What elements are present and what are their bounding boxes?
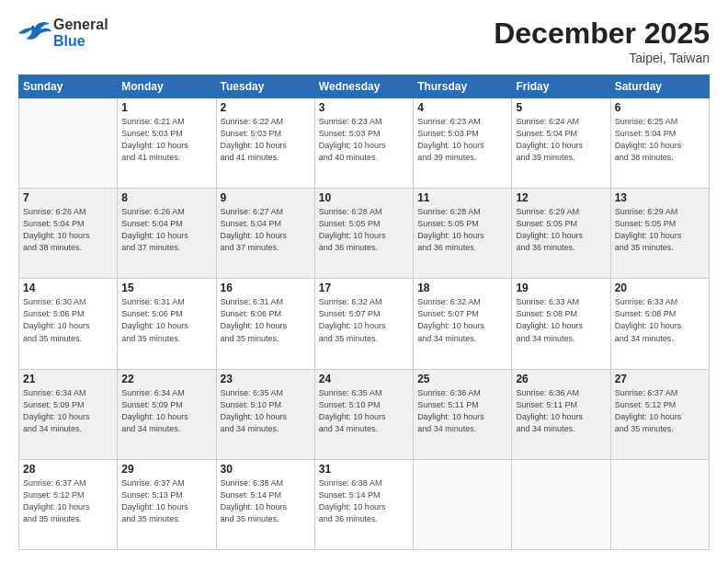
- calendar-day-cell: 4Sunrise: 6:23 AM Sunset: 5:03 PM Daylig…: [414, 98, 512, 189]
- day-info: Sunrise: 6:24 AM Sunset: 5:04 PM Dayligh…: [516, 116, 606, 164]
- weekday-header-friday: Friday: [512, 75, 610, 98]
- calendar-day-cell: 18Sunrise: 6:32 AM Sunset: 5:07 PM Dayli…: [414, 279, 512, 369]
- day-number: 13: [615, 191, 705, 204]
- weekday-header-sunday: Sunday: [19, 75, 118, 98]
- calendar-day-cell: 2Sunrise: 6:22 AM Sunset: 5:03 PM Daylig…: [216, 98, 314, 189]
- day-info: Sunrise: 6:26 AM Sunset: 5:04 PM Dayligh…: [23, 206, 113, 254]
- day-number: 2: [221, 101, 311, 114]
- day-number: 10: [319, 191, 409, 204]
- day-number: 3: [319, 101, 409, 114]
- day-number: 4: [417, 101, 507, 114]
- calendar-day-cell: 27Sunrise: 6:37 AM Sunset: 5:12 PM Dayli…: [610, 369, 709, 459]
- calendar-day-cell: [512, 459, 610, 549]
- calendar-day-cell: 5Sunrise: 6:24 AM Sunset: 5:04 PM Daylig…: [512, 98, 610, 189]
- title-area: December 2025 Taipei, Taiwan: [494, 17, 710, 65]
- weekday-header-tuesday: Tuesday: [216, 75, 314, 98]
- logo-general: General: [53, 17, 108, 32]
- day-number: 23: [221, 373, 311, 385]
- day-number: 21: [23, 373, 113, 385]
- day-info: Sunrise: 6:35 AM Sunset: 5:10 PM Dayligh…: [319, 387, 409, 435]
- day-number: 8: [121, 191, 211, 204]
- calendar-day-cell: 22Sunrise: 6:34 AM Sunset: 5:09 PM Dayli…: [118, 369, 216, 459]
- calendar-day-cell: 30Sunrise: 6:38 AM Sunset: 5:14 PM Dayli…: [216, 459, 314, 549]
- day-info: Sunrise: 6:27 AM Sunset: 5:04 PM Dayligh…: [221, 206, 311, 254]
- day-number: 6: [615, 101, 705, 114]
- day-info: Sunrise: 6:29 AM Sunset: 5:05 PM Dayligh…: [516, 206, 606, 254]
- bird-icon: [18, 20, 51, 46]
- day-number: 5: [516, 101, 606, 114]
- logo: General Blue: [18, 17, 108, 49]
- day-number: 22: [121, 373, 211, 385]
- day-info: Sunrise: 6:37 AM Sunset: 5:13 PM Dayligh…: [121, 477, 211, 525]
- day-number: 30: [221, 463, 311, 476]
- day-info: Sunrise: 6:28 AM Sunset: 5:05 PM Dayligh…: [319, 206, 409, 254]
- page: General Blue December 2025 Taipei, Taiwa…: [0, 0, 728, 563]
- sub-title: Taipei, Taiwan: [494, 51, 710, 65]
- calendar-week-row: 21Sunrise: 6:34 AM Sunset: 5:09 PM Dayli…: [19, 369, 710, 459]
- day-info: Sunrise: 6:38 AM Sunset: 5:14 PM Dayligh…: [319, 477, 409, 525]
- calendar-day-cell: 7Sunrise: 6:26 AM Sunset: 5:04 PM Daylig…: [19, 189, 118, 279]
- calendar-day-cell: 21Sunrise: 6:34 AM Sunset: 5:09 PM Dayli…: [19, 369, 118, 459]
- day-number: 29: [121, 463, 211, 476]
- day-number: 25: [417, 373, 507, 385]
- calendar-day-cell: 20Sunrise: 6:33 AM Sunset: 5:08 PM Dayli…: [610, 279, 709, 369]
- day-number: 19: [516, 282, 606, 294]
- calendar-day-cell: 14Sunrise: 6:30 AM Sunset: 5:06 PM Dayli…: [19, 279, 118, 369]
- day-number: 26: [516, 373, 606, 385]
- weekday-header-saturday: Saturday: [610, 75, 709, 98]
- calendar-day-cell: 13Sunrise: 6:29 AM Sunset: 5:05 PM Dayli…: [610, 189, 709, 279]
- day-number: 31: [319, 463, 409, 476]
- day-info: Sunrise: 6:31 AM Sunset: 5:06 PM Dayligh…: [121, 296, 211, 344]
- calendar-week-row: 14Sunrise: 6:30 AM Sunset: 5:06 PM Dayli…: [19, 279, 710, 369]
- calendar-day-cell: 12Sunrise: 6:29 AM Sunset: 5:05 PM Dayli…: [512, 189, 610, 279]
- day-info: Sunrise: 6:37 AM Sunset: 5:12 PM Dayligh…: [23, 477, 113, 525]
- calendar-day-cell: 26Sunrise: 6:36 AM Sunset: 5:11 PM Dayli…: [512, 369, 610, 459]
- calendar-day-cell: 17Sunrise: 6:32 AM Sunset: 5:07 PM Dayli…: [314, 279, 413, 369]
- calendar-day-cell: 25Sunrise: 6:36 AM Sunset: 5:11 PM Dayli…: [414, 369, 512, 459]
- day-number: 15: [121, 282, 211, 294]
- day-number: 24: [319, 373, 409, 385]
- day-info: Sunrise: 6:26 AM Sunset: 5:04 PM Dayligh…: [121, 206, 211, 254]
- calendar-day-cell: 1Sunrise: 6:21 AM Sunset: 5:03 PM Daylig…: [118, 98, 216, 189]
- calendar-day-cell: 31Sunrise: 6:38 AM Sunset: 5:14 PM Dayli…: [314, 459, 413, 549]
- weekday-header-monday: Monday: [118, 75, 216, 98]
- day-info: Sunrise: 6:33 AM Sunset: 5:08 PM Dayligh…: [516, 296, 606, 344]
- day-info: Sunrise: 6:34 AM Sunset: 5:09 PM Dayligh…: [121, 387, 211, 435]
- weekday-header-row: SundayMondayTuesdayWednesdayThursdayFrid…: [19, 75, 710, 98]
- header: General Blue December 2025 Taipei, Taiwa…: [18, 17, 710, 65]
- day-info: Sunrise: 6:37 AM Sunset: 5:12 PM Dayligh…: [615, 387, 705, 435]
- calendar-day-cell: [610, 459, 709, 549]
- calendar-day-cell: 19Sunrise: 6:33 AM Sunset: 5:08 PM Dayli…: [512, 279, 610, 369]
- day-info: Sunrise: 6:35 AM Sunset: 5:10 PM Dayligh…: [221, 387, 311, 435]
- day-info: Sunrise: 6:29 AM Sunset: 5:05 PM Dayligh…: [615, 206, 705, 254]
- calendar-day-cell: 28Sunrise: 6:37 AM Sunset: 5:12 PM Dayli…: [19, 459, 118, 549]
- day-number: 1: [121, 101, 211, 114]
- weekday-header-thursday: Thursday: [414, 75, 512, 98]
- calendar-week-row: 28Sunrise: 6:37 AM Sunset: 5:12 PM Dayli…: [19, 459, 710, 549]
- day-number: 18: [417, 282, 507, 294]
- day-info: Sunrise: 6:36 AM Sunset: 5:11 PM Dayligh…: [417, 387, 507, 435]
- day-info: Sunrise: 6:32 AM Sunset: 5:07 PM Dayligh…: [319, 296, 409, 344]
- day-info: Sunrise: 6:34 AM Sunset: 5:09 PM Dayligh…: [23, 387, 113, 435]
- day-info: Sunrise: 6:22 AM Sunset: 5:03 PM Dayligh…: [221, 116, 311, 164]
- day-number: 14: [23, 282, 113, 294]
- day-number: 16: [221, 282, 311, 294]
- day-info: Sunrise: 6:30 AM Sunset: 5:06 PM Dayligh…: [23, 296, 113, 344]
- day-number: 17: [319, 282, 409, 294]
- calendar-day-cell: 3Sunrise: 6:23 AM Sunset: 5:03 PM Daylig…: [314, 98, 413, 189]
- day-number: 7: [23, 191, 113, 204]
- day-info: Sunrise: 6:33 AM Sunset: 5:08 PM Dayligh…: [615, 296, 705, 344]
- calendar-day-cell: [19, 98, 118, 189]
- calendar-table: SundayMondayTuesdayWednesdayThursdayFrid…: [18, 75, 710, 550]
- day-info: Sunrise: 6:23 AM Sunset: 5:03 PM Dayligh…: [319, 116, 409, 164]
- day-info: Sunrise: 6:36 AM Sunset: 5:11 PM Dayligh…: [516, 387, 606, 435]
- calendar-day-cell: 11Sunrise: 6:28 AM Sunset: 5:05 PM Dayli…: [414, 189, 512, 279]
- weekday-header-wednesday: Wednesday: [314, 75, 413, 98]
- logo-blue: Blue: [53, 33, 108, 50]
- calendar-day-cell: 6Sunrise: 6:25 AM Sunset: 5:04 PM Daylig…: [610, 98, 709, 189]
- calendar-week-row: 7Sunrise: 6:26 AM Sunset: 5:04 PM Daylig…: [19, 189, 710, 279]
- day-info: Sunrise: 6:21 AM Sunset: 5:03 PM Dayligh…: [121, 116, 211, 164]
- day-info: Sunrise: 6:32 AM Sunset: 5:07 PM Dayligh…: [417, 296, 507, 344]
- day-number: 20: [615, 282, 705, 294]
- day-info: Sunrise: 6:23 AM Sunset: 5:03 PM Dayligh…: [417, 116, 507, 164]
